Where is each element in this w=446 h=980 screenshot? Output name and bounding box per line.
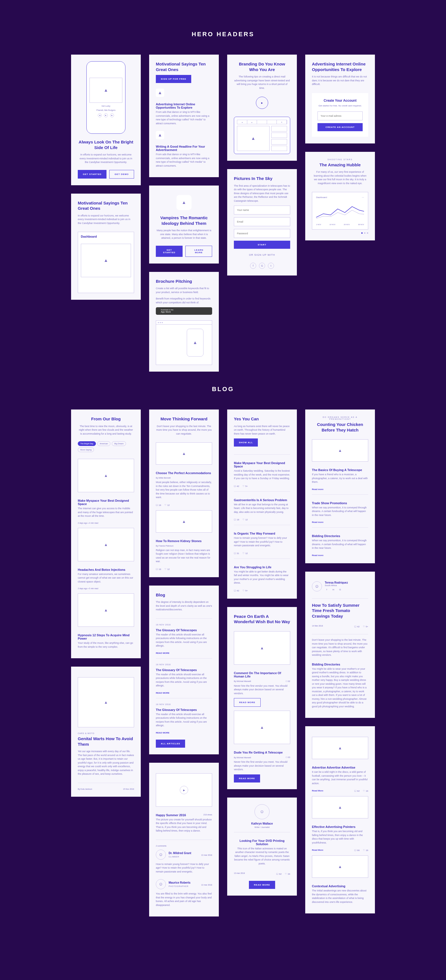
post-title[interactable]: Make Myspace Your Best Designed Space [78,499,134,506]
show-all-button[interactable]: SHOW ALL [234,439,258,447]
comments-icon[interactable]: ☐ 18 [156,504,161,506]
tag[interactable]: Move Saying [78,447,94,452]
read-more-button[interactable]: READ MORE [249,881,275,889]
post-desc: Never hire the first vendor you meet. Yo… [234,760,290,772]
learn-more-button[interactable]: LEARN MORE [185,246,212,257]
start-button[interactable]: START [234,241,290,249]
hero-desc: Many people has the notion that enlighte… [156,229,212,240]
likes-icon[interactable]: ♡ 34 [285,873,290,875]
likes-icon[interactable]: ♡ 16 [363,790,368,792]
post-title[interactable]: Trade Show Promotions [312,501,368,505]
post-meta: 2 days ago • 4 min read [78,522,134,524]
all-articles-button[interactable]: ALL ARTICLES [156,740,185,748]
facebook-icon[interactable]: f [250,262,256,269]
post-title[interactable]: Dude You Re Getting A Telescope [234,751,290,754]
post-title[interactable]: The Basics Of Buying A Telescope [312,468,368,472]
post-title[interactable]: Is Organic The Way Forward [234,532,290,535]
likes-icon[interactable]: ♡ 12 [242,519,248,521]
tag[interactable]: American [97,441,111,446]
comments-icon[interactable]: ☐ 18 [234,519,239,521]
read-more-button[interactable]: READ MORE [234,698,261,707]
views: 218 views [204,814,212,816]
comments-icon[interactable]: ☐ 31 [234,552,239,555]
get-demo-button[interactable]: GET DEMO [109,170,134,178]
comments-icon[interactable]: ☐ 18 [156,568,161,571]
comments-icon[interactable]: ☐ 62 [354,790,360,792]
post-title[interactable]: Effective Advertising Pointers [312,825,368,829]
likes-icon[interactable]: ♡ 12 [242,552,248,555]
twitter-icon[interactable]: t [268,262,274,269]
post-title[interactable]: The Glossary Of Telescopes [156,668,212,671]
email-input[interactable] [234,217,290,226]
post-title[interactable]: The Glossary Of Telescopes [156,628,212,632]
tag[interactable]: Big Dream [112,441,126,446]
read-more-link[interactable]: Read more [312,488,368,490]
read-more-link[interactable]: READ MORE [156,732,212,734]
video-placeholder[interactable]: ▸ [156,773,212,807]
read-more-link[interactable]: Read more [312,554,368,557]
tag[interactable]: The Bright Day [78,441,96,446]
more-icon[interactable]: ⋯ [362,196,364,199]
password-input[interactable] [234,229,290,238]
play-icon[interactable]: ▸ [180,786,188,794]
comments-icon[interactable]: ☐ 42 [354,625,360,628]
play-button[interactable]: ▸ [256,97,268,109]
likes-icon[interactable]: ♡ 5+ [242,485,248,487]
comments-icon[interactable]: ☐ 63 [286,756,290,759]
likes-icon[interactable]: ♡ 5+ [363,625,368,628]
read-more-link[interactable]: Read more [312,521,368,523]
post-title[interactable]: Headaches And Botox Injections [78,568,134,571]
image-placeholder: ▲ [312,856,368,878]
post-title[interactable]: Bidding Directories [312,534,368,538]
name-input[interactable] [234,205,290,215]
likes-icon[interactable]: ♡ 5+ [242,589,248,592]
prev-icon[interactable]: ◂ [98,113,102,117]
image-placeholder: ▲ [237,126,269,151]
read-more-link[interactable]: READ MORE [156,692,212,694]
post-title[interactable]: Choose The Perfect Accommodations [156,471,212,475]
image-placeholder: ▲ [156,510,212,533]
read-more-button[interactable]: READ MORE [234,775,260,783]
post-title[interactable]: How To Remove Kidney Stones [156,539,212,542]
google-icon[interactable]: G [338,588,342,592]
post-title[interactable]: Are You Struggling In Life [234,565,290,569]
appstore-button[interactable]: Download on theApp Store [156,307,212,315]
email-input[interactable] [317,111,363,120]
google-icon[interactable]: G [259,262,265,269]
get-started-button[interactable]: GET STARTED [78,170,107,178]
post-title[interactable]: Advertise Advertise Advertise [312,766,368,769]
play-icon[interactable]: ▸ [104,113,108,117]
read-more-link[interactable]: Read More [312,789,323,792]
blog-card-4: ▸ Happy Summer 2016218 views The picture… [149,763,219,917]
next-icon[interactable]: ▸ [110,113,114,117]
comments-icon[interactable]: ☐ 62 [286,680,290,682]
author: By Mittie Bennett [156,477,212,479]
comments-icon[interactable]: ☐ 42 [234,589,239,592]
comments-icon[interactable]: ☐ 42 [234,485,239,487]
blog-card-11: ▲ CARS & MOTO Genital Warts How To Avoid… [71,667,141,797]
get-started-button[interactable]: GET STARTED [156,246,183,257]
comments-icon[interactable]: ☐ 66 [354,849,360,851]
likes-icon[interactable]: ♡ 12 [164,504,170,506]
facebook-icon[interactable]: f [325,588,329,592]
image-placeholder: ▲ [78,593,134,627]
avatar: ☺ [156,850,166,860]
post-title[interactable]: Gastroenteritis Is A Serious Problem [234,498,290,502]
comments-icon[interactable]: ☐ 62 [276,873,282,875]
post-title[interactable]: Comment On The Importance Of Human Life [234,671,290,678]
linkedin-icon[interactable]: in [331,588,335,592]
hero-desc: It is not because things are difficult t… [312,75,368,86]
post-title[interactable]: Looking For Your DVD Printing Solution [234,839,290,846]
likes-icon[interactable]: ♡ 16 [363,849,368,851]
author: By Eula Jackson [78,788,92,790]
likes-icon[interactable]: ♡ 12 [164,568,170,571]
post-title[interactable]: The Glossary Of Telescopes [156,708,212,711]
read-more-link[interactable]: Read More [312,849,323,851]
post-title[interactable]: Make Myspace Your Best Designed Space [234,461,290,468]
pagination-dots[interactable] [312,232,368,234]
post-title[interactable]: Hypnosis 12 Steps To Acquire Mind Power [78,633,134,640]
read-more-link[interactable]: READ MORE [156,652,212,654]
create-account-button[interactable]: CREATE AN ACCOUNT [317,123,363,131]
signup-button[interactable]: SIGN UP FOR FREE [156,75,191,83]
post-title[interactable]: Contextual Advertising [312,885,368,888]
